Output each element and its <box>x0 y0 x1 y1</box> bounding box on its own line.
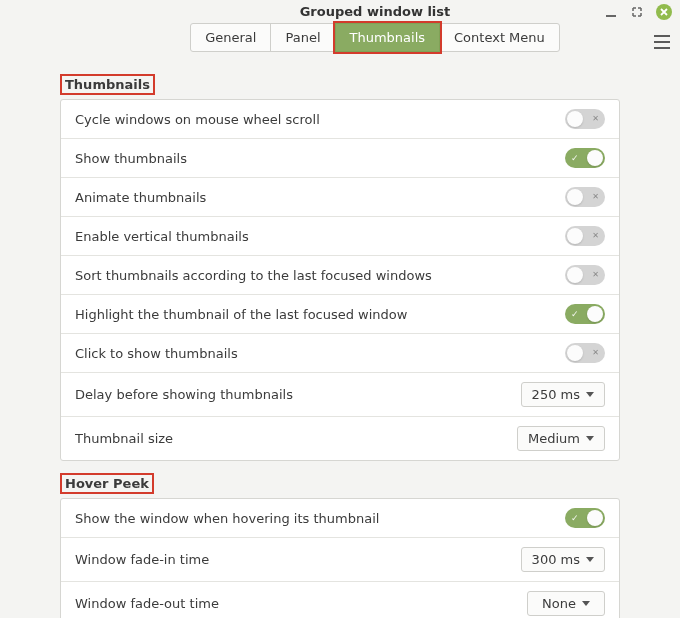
label-animate-thumbnails: Animate thumbnails <box>75 190 565 205</box>
label-fade-in: Window fade-in time <box>75 552 521 567</box>
row-click-show: Click to show thumbnails <box>61 334 619 373</box>
toggle-cycle-windows[interactable] <box>565 109 605 129</box>
combo-fade-in[interactable]: 300 ms <box>521 547 605 572</box>
row-animate-thumbnails: Animate thumbnails <box>61 178 619 217</box>
combo-fade-out[interactable]: None <box>527 591 605 616</box>
section-header-thumbnails: Thumbnails <box>62 76 153 93</box>
toggle-vertical-thumbnails[interactable] <box>565 226 605 246</box>
chevron-down-icon <box>586 436 594 441</box>
panel-hover-peek: Show the window when hovering its thumbn… <box>60 498 620 618</box>
row-size: Thumbnail size Medium <box>61 417 619 460</box>
row-highlight-thumbnail: Highlight the thumbnail of the last focu… <box>61 295 619 334</box>
row-sort-thumbnails: Sort thumbnails according to the last fo… <box>61 256 619 295</box>
maximize-icon[interactable] <box>630 5 644 19</box>
svg-rect-0 <box>606 15 616 17</box>
toggle-highlight-thumbnail[interactable] <box>565 304 605 324</box>
label-show-thumbnails: Show thumbnails <box>75 151 565 166</box>
label-fade-out: Window fade-out time <box>75 596 527 611</box>
title-stack: Grouped window list General Panel Thumbn… <box>80 0 670 52</box>
tab-context-menu[interactable]: Context Menu <box>439 23 560 52</box>
combo-fade-out-value: None <box>542 596 576 611</box>
combo-delay[interactable]: 250 ms <box>521 382 605 407</box>
chevron-down-icon <box>586 557 594 562</box>
row-fade-in: Window fade-in time 300 ms <box>61 538 619 582</box>
hamburger-icon[interactable] <box>654 35 670 49</box>
titlebar: Grouped window list General Panel Thumbn… <box>0 0 680 52</box>
combo-fade-in-value: 300 ms <box>532 552 580 567</box>
label-delay: Delay before showing thumbnails <box>75 387 521 402</box>
content: Thumbnails Cycle windows on mouse wheel … <box>0 52 680 618</box>
row-vertical-thumbnails: Enable vertical thumbnails <box>61 217 619 256</box>
tab-bar: General Panel Thumbnails Context Menu <box>190 23 560 52</box>
toggle-click-show[interactable] <box>565 343 605 363</box>
label-click-show: Click to show thumbnails <box>75 346 565 361</box>
label-sort-thumbnails: Sort thumbnails according to the last fo… <box>75 268 565 283</box>
tab-general[interactable]: General <box>190 23 271 52</box>
label-cycle-windows: Cycle windows on mouse wheel scroll <box>75 112 565 127</box>
chevron-down-icon <box>582 601 590 606</box>
toggle-sort-thumbnails[interactable] <box>565 265 605 285</box>
label-vertical-thumbnails: Enable vertical thumbnails <box>75 229 565 244</box>
combo-delay-value: 250 ms <box>532 387 580 402</box>
close-icon[interactable] <box>656 4 672 20</box>
combo-size[interactable]: Medium <box>517 426 605 451</box>
minimize-icon[interactable] <box>604 5 618 19</box>
window-title: Grouped window list <box>300 4 451 19</box>
row-cycle-windows: Cycle windows on mouse wheel scroll <box>61 100 619 139</box>
toggle-show-thumbnails[interactable] <box>565 148 605 168</box>
toggle-show-window[interactable] <box>565 508 605 528</box>
row-show-thumbnails: Show thumbnails <box>61 139 619 178</box>
row-delay: Delay before showing thumbnails 250 ms <box>61 373 619 417</box>
label-size: Thumbnail size <box>75 431 517 446</box>
label-highlight-thumbnail: Highlight the thumbnail of the last focu… <box>75 307 565 322</box>
label-show-window: Show the window when hovering its thumbn… <box>75 511 565 526</box>
section-header-hover-peek: Hover Peek <box>62 475 152 492</box>
row-show-window: Show the window when hovering its thumbn… <box>61 499 619 538</box>
window-controls <box>604 4 672 20</box>
tab-panel[interactable]: Panel <box>270 23 335 52</box>
chevron-down-icon <box>586 392 594 397</box>
combo-size-value: Medium <box>528 431 580 446</box>
row-fade-out: Window fade-out time None <box>61 582 619 618</box>
panel-thumbnails: Cycle windows on mouse wheel scroll Show… <box>60 99 620 461</box>
toggle-animate-thumbnails[interactable] <box>565 187 605 207</box>
tab-thumbnails[interactable]: Thumbnails <box>335 23 441 52</box>
